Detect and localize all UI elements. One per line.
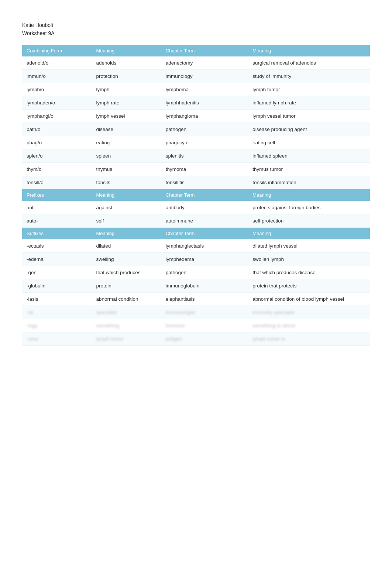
cf-form: lymph/o: [22, 83, 92, 96]
sf-term: pathogen: [161, 266, 248, 279]
combining-form-row: lymphangi/o lymph vessel lymphangioma ly…: [22, 110, 370, 123]
sf-form: -oma: [22, 332, 92, 346]
cf-meaning: lymph rate: [92, 96, 161, 110]
combining-form-row: phag/o eating phagocyte eating cell: [22, 136, 370, 149]
pf-definition: protects against foreign bodies: [248, 201, 370, 214]
cf-form: thym/o: [22, 163, 92, 176]
cf-meaning: spleen: [92, 149, 161, 163]
table-header-row: Combining Form Meaning Chapter Term Mean…: [22, 45, 370, 56]
sf-term: lymphangiectasis: [161, 239, 248, 253]
sf-form: -globulin: [22, 279, 92, 293]
prefixes-col2-header: Meaning: [92, 189, 161, 201]
cf-meaning: adenoids: [92, 56, 161, 70]
suffixes-col3-header: Chapter Term: [161, 228, 248, 239]
pf-meaning: self: [92, 214, 161, 228]
pf-meaning: against: [92, 201, 161, 214]
header-chapter-term: Chapter Term: [161, 45, 248, 56]
cf-form: lymphangi/o: [22, 110, 92, 123]
combining-form-row: lymph/o lymph lymphoma lymph tumor: [22, 83, 370, 96]
combining-form-row: tonsill/o tonsils tonsillitis tonsils in…: [22, 176, 370, 189]
sf-form: -ist: [22, 306, 92, 319]
prefixes-header-row: Prefixes Meaning Chapter Term Meaning: [22, 189, 370, 201]
cf-definition: tonsils inflammation: [248, 176, 370, 189]
cf-meaning: protection: [92, 70, 161, 83]
cf-definition: inflamed spleen: [248, 149, 370, 163]
cf-definition: surgical removal of adenoids: [248, 56, 370, 70]
cf-form: path/o: [22, 123, 92, 136]
prefixes-col3-header: Chapter Term: [161, 189, 248, 201]
cf-definition: eating cell: [248, 136, 370, 149]
combining-form-row: adenoid/o adenoids adenectomy surgical r…: [22, 56, 370, 70]
sf-meaning: swelling: [92, 253, 161, 266]
prefix-row: anti- against antibody protects against …: [22, 201, 370, 214]
pf-form: anti-: [22, 201, 92, 214]
cf-form: tonsill/o: [22, 176, 92, 189]
cf-meaning: thymus: [92, 163, 161, 176]
sf-meaning: abnormal condition: [92, 293, 161, 306]
sf-definition: swollen lymph: [248, 253, 370, 266]
cf-meaning: tonsils: [92, 176, 161, 189]
combining-form-row: thym/o thymus thymoma thymus tumor: [22, 163, 370, 176]
cf-definition: disease producing agent: [248, 123, 370, 136]
cf-term: splenitis: [161, 149, 248, 163]
author-name: Katie Houbolt: [22, 22, 370, 28]
cf-term: immunology: [161, 70, 248, 83]
suffixes-col4-header: Meaning: [248, 228, 370, 239]
cf-form: lymphaden/o: [22, 96, 92, 110]
sf-definition: something to about: [248, 319, 370, 332]
suffix-row: -logy something immunol something to abo…: [22, 319, 370, 332]
sf-meaning: lymph tumor: [92, 332, 161, 346]
pf-term: antibody: [161, 201, 248, 214]
sf-meaning: something: [92, 319, 161, 332]
sf-term: immunol: [161, 319, 248, 332]
combining-form-row: immun/o protection immunology study of i…: [22, 70, 370, 83]
sf-term: antigen: [161, 332, 248, 346]
cf-form: immun/o: [22, 70, 92, 83]
sf-form: -gen: [22, 266, 92, 279]
suffix-row: -edema swelling lymphedema swollen lymph: [22, 253, 370, 266]
cf-term: pathogen: [161, 123, 248, 136]
cf-definition: thymus tumor: [248, 163, 370, 176]
cf-meaning: lymph: [92, 83, 161, 96]
combining-form-row: lymphaden/o lymph rate lymphhadenitis in…: [22, 96, 370, 110]
pf-definition: self protection: [248, 214, 370, 228]
sf-form: -edema: [22, 253, 92, 266]
suffix-row: -oma lymph tumor antigen lymph tumor in: [22, 332, 370, 346]
cf-term: thymoma: [161, 163, 248, 176]
cf-term: lymphangioma: [161, 110, 248, 123]
suffixes-col1-header: Suffixes: [22, 228, 92, 239]
main-table: Combining Form Meaning Chapter Term Mean…: [22, 45, 370, 346]
sf-definition: lymph tumor in: [248, 332, 370, 346]
prefix-row: auto- self autoimmune self protection: [22, 214, 370, 228]
pf-form: auto-: [22, 214, 92, 228]
cf-form: phag/o: [22, 136, 92, 149]
cf-term: lymphhadenitis: [161, 96, 248, 110]
suffix-row: -iasis abnormal condition elephantiasis …: [22, 293, 370, 306]
prefixes-col4-header: Meaning: [248, 189, 370, 201]
cf-definition: lymph tumor: [248, 83, 370, 96]
sf-form: -iasis: [22, 293, 92, 306]
suffixes-header-row: Suffixes Meaning Chapter Term Meaning: [22, 228, 370, 239]
sf-term: immunologist: [161, 306, 248, 319]
sf-definition: protein that protects: [248, 279, 370, 293]
sf-form: -logy: [22, 319, 92, 332]
cf-meaning: lymph vessel: [92, 110, 161, 123]
cf-form: adenoid/o: [22, 56, 92, 70]
cf-definition: study of immunity: [248, 70, 370, 83]
cf-term: phagocyte: [161, 136, 248, 149]
cf-meaning: eating: [92, 136, 161, 149]
sf-form: -ectasis: [22, 239, 92, 253]
sf-definition: dilated lymph vessel: [248, 239, 370, 253]
header-meaning2: Meaning: [248, 45, 370, 56]
sf-term: immunoglobuin: [161, 279, 248, 293]
cf-term: adenectomy: [161, 56, 248, 70]
prefixes-col1-header: Prefixes: [22, 189, 92, 201]
sf-definition: abnormal condition of blood lymph vessel: [248, 293, 370, 306]
sf-meaning: that which produces: [92, 266, 161, 279]
cf-definition: lymph vessel tumor: [248, 110, 370, 123]
header-meaning: Meaning: [92, 45, 161, 56]
suffix-row: -ectasis dilated lymphangiectasis dilate…: [22, 239, 370, 253]
sf-meaning: dilated: [92, 239, 161, 253]
sf-term: lymphedema: [161, 253, 248, 266]
cf-term: lymphoma: [161, 83, 248, 96]
